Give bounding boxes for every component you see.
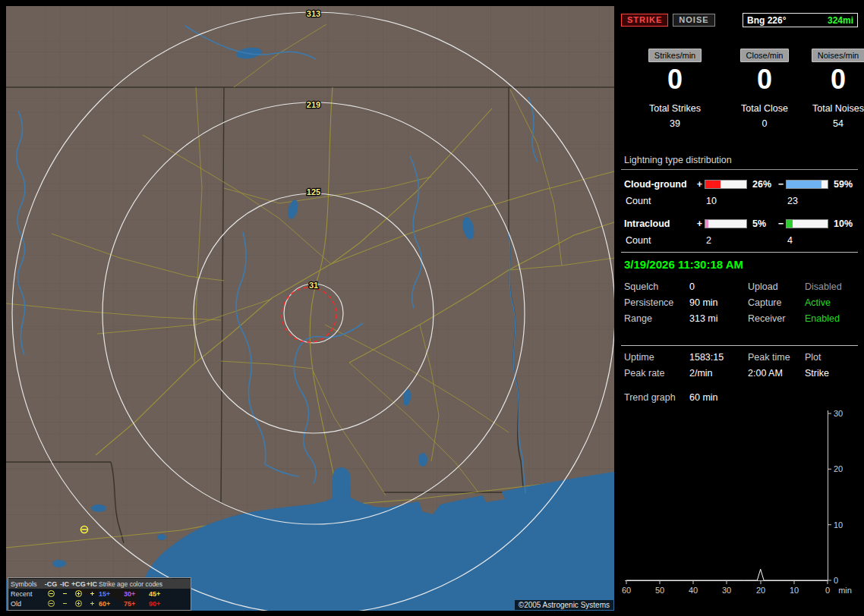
x-axis-unit: min xyxy=(838,586,852,595)
upload-label: Upload xyxy=(748,281,805,292)
y-tick-30: 30 xyxy=(834,409,843,418)
total-noises-value: 54 xyxy=(809,118,864,129)
pos-cg-icon xyxy=(74,589,83,598)
stats-grid: Uptime 1583:15 Peak time Plot Peak rate … xyxy=(621,352,858,379)
ring-label-31: 31 xyxy=(309,281,318,290)
ring-label-313: 313 xyxy=(307,9,320,18)
settings-grid: Squelch 0 Upload Disabled Persistence 90… xyxy=(621,281,858,324)
rate-column-noises: Noises/min 0 Total Noises 54 xyxy=(809,49,864,129)
map-canvas: 313 219 125 31 xyxy=(6,6,614,611)
age-60: 60+ xyxy=(99,600,124,608)
stats-panel: Uptime 1583:15 Peak time Plot Peak rate … xyxy=(621,352,858,379)
plus-sign: + xyxy=(695,179,705,190)
x-tick-60: 60 xyxy=(622,586,631,595)
legend-row-label: Recent xyxy=(11,590,44,598)
strike-legend: Symbols -CG -IC +CG +IC Strike age color… xyxy=(8,577,191,611)
count-label: Count xyxy=(624,235,695,246)
panel-divider xyxy=(621,345,858,346)
copyright-notice: ©2005 Astrogenic Systems xyxy=(515,600,613,610)
receiver-status: Enabled xyxy=(805,313,858,324)
lightning-distribution-panel: Lightning type distribution Cloud-ground… xyxy=(621,155,858,249)
intracloud-row: Intracloud + 5% − 10% xyxy=(621,215,858,232)
legend-col-pos-ic: +IC xyxy=(85,580,99,588)
total-strikes-value: 39 xyxy=(630,118,720,129)
capture-status: Active xyxy=(805,297,858,308)
intracloud-count-row: Count 2 4 xyxy=(621,232,858,249)
panel-divider xyxy=(621,252,858,253)
minus-sign: − xyxy=(776,179,786,190)
legend-row-label: Old xyxy=(11,600,44,608)
sidebar: STRIKE NOISE Bng 226° 324mi Strikes/min … xyxy=(621,6,858,611)
capture-label: Capture xyxy=(748,297,805,308)
strike-toggle-button[interactable]: STRIKE xyxy=(621,14,668,27)
trend-series xyxy=(626,569,828,580)
age-75: 75+ xyxy=(124,600,149,608)
legend-col-neg-cg: -CG xyxy=(44,580,58,588)
upload-status: Disabled xyxy=(805,281,858,292)
cg-plus-count: 10 xyxy=(705,196,749,206)
cloud-ground-label: Cloud-ground xyxy=(624,179,695,190)
neg-ic-icon xyxy=(61,589,69,598)
minus-sign: − xyxy=(776,218,786,229)
noises-per-min-value: 0 xyxy=(809,65,864,94)
trend-graph-header: Trend graph 60 min xyxy=(621,392,858,403)
ic-minus-percent: 10% xyxy=(830,218,858,229)
ic-plus-bar xyxy=(705,219,747,228)
age-90: 90+ xyxy=(149,600,174,608)
status-panel: 3/19/2026 11:30:18 AM Squelch 0 Upload D… xyxy=(621,258,858,324)
plot-type-value: Strike xyxy=(805,368,858,379)
rates-panel: Strikes/min 0 Total Strikes 39 Close/min… xyxy=(630,49,858,129)
noises-per-min-label: Noises/min xyxy=(812,49,864,62)
y-tick-20: 20 xyxy=(834,464,843,473)
legend-header: Symbols -CG -IC +CG +IC Strike age color… xyxy=(8,579,191,589)
trend-axes xyxy=(625,410,831,584)
rate-column-strikes: Strikes/min 0 Total Strikes 39 xyxy=(630,49,720,129)
lightning-map[interactable]: 313 219 125 31 Symbols -CG -IC +CG +IC S… xyxy=(6,6,614,611)
cloud-ground-row: Cloud-ground + 26% − 59% xyxy=(621,176,858,193)
ic-plus-count: 2 xyxy=(705,235,749,246)
total-close-value: 0 xyxy=(720,118,809,129)
cg-minus-percent: 59% xyxy=(830,179,858,190)
ic-minus-bar xyxy=(786,219,828,228)
range-value: 313 mi xyxy=(689,313,748,324)
age-15: 15+ xyxy=(99,590,124,598)
x-tick-40: 40 xyxy=(689,586,698,595)
pos-ic-icon xyxy=(88,599,96,608)
x-tick-50: 50 xyxy=(655,586,664,595)
strikes-per-min-label: Strikes/min xyxy=(648,49,702,62)
peak-rate-label: Peak rate xyxy=(624,368,689,379)
toolbar: STRIKE NOISE Bng 226° 324mi xyxy=(621,13,858,27)
x-tick-10: 10 xyxy=(790,586,799,595)
trend-graph-label: Trend graph xyxy=(624,392,689,403)
age-30: 30+ xyxy=(124,590,149,598)
legend-col-pos-cg: +CG xyxy=(71,580,85,588)
pos-cg-icon xyxy=(74,599,83,608)
cg-minus-bar xyxy=(786,180,828,189)
ring-label-125: 125 xyxy=(307,187,320,196)
x-tick-20: 20 xyxy=(756,586,765,595)
plus-sign: + xyxy=(695,218,705,229)
age-45: 45+ xyxy=(149,590,174,598)
plot-label: Plot xyxy=(805,352,858,363)
peak-time-label: Peak time xyxy=(748,352,805,363)
noise-toggle-button[interactable]: NOISE xyxy=(673,14,714,27)
y-tick-10: 10 xyxy=(834,520,843,530)
bearing-value: Bng 226° xyxy=(747,15,786,26)
pos-ic-icon xyxy=(88,589,96,598)
legend-title: Symbols xyxy=(11,580,44,588)
rate-column-close: Close/min 0 Total Close 0 xyxy=(720,49,809,129)
squelch-label: Squelch xyxy=(624,281,689,292)
distance-value: 324mi xyxy=(828,15,853,26)
receiver-label: Receiver xyxy=(748,313,805,324)
legend-age-title: Strike age color codes xyxy=(99,580,174,588)
uptime-value: 1583:15 xyxy=(689,352,748,363)
legend-col-neg-ic: -IC xyxy=(58,580,71,588)
y-tick-0: 0 xyxy=(834,576,838,585)
total-strikes-label: Total Strikes xyxy=(630,103,720,114)
neg-cg-icon xyxy=(47,589,55,598)
ic-plus-percent: 5% xyxy=(749,218,776,229)
count-label: Count xyxy=(624,196,695,206)
trend-window-value: 60 min xyxy=(689,392,858,403)
peak-time-value: 2:00 AM xyxy=(748,368,805,379)
neg-ic-icon xyxy=(61,599,69,608)
